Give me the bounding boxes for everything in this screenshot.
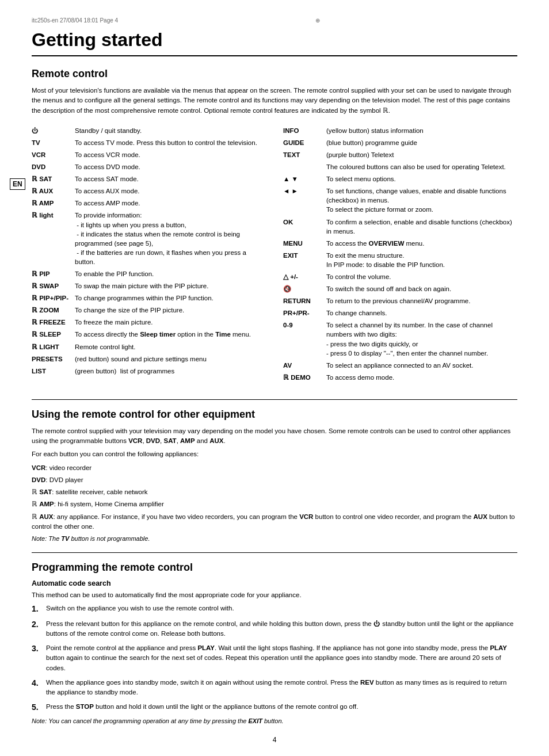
using-remote-heading: Using the remote control for other equip… xyxy=(32,408,517,421)
key-standby: ⏻ Standby / quit standby. xyxy=(32,126,266,135)
key-label-dvd: DVD xyxy=(32,162,75,171)
key-desc-pip: To enable the PIP function. xyxy=(75,269,266,278)
section-divider-2 xyxy=(32,552,517,553)
key-label-return: RETURN xyxy=(283,296,326,306)
key-desc-arrow-lr: To set functions, change values, enable … xyxy=(326,186,517,214)
key-label-arrow-ud: ▲ ▼ xyxy=(283,174,326,184)
key-desc-pip-plus: To change programmes within the PIP func… xyxy=(75,293,266,303)
key-amp: ℝ AMP To access AMP mode. xyxy=(32,198,266,208)
key-exit: EXIT To exit the menu structure.In PIP m… xyxy=(283,251,517,269)
step-2: 2. Press the relevant button for this ap… xyxy=(32,619,517,639)
key-desc-rlight: Remote control light. xyxy=(75,342,266,352)
key-label-list: LIST xyxy=(32,366,75,376)
key-swap: ℝ SWAP To swap the main picture with the… xyxy=(32,281,266,291)
key-demo: ℝ DEMO To access demo mode. xyxy=(283,373,517,382)
key-desc-return: To return to the previous channel/AV pro… xyxy=(326,296,517,306)
appliance-dvd: DVD: DVD player xyxy=(32,475,517,485)
coloured-note: The coloured buttons can also be used fo… xyxy=(283,162,517,171)
key-desc-arrow-ud: To select menu options. xyxy=(326,174,517,184)
key-desc-sat: To access SAT mode. xyxy=(75,174,266,184)
key-desc-ok: To confirm a selection, enable and disab… xyxy=(326,217,517,236)
appliance-aux: ℝ AUX: any appliance. For instance, if y… xyxy=(32,512,517,532)
key-desc-zoom: To change the size of the PIP picture. xyxy=(75,306,266,315)
key-desc-light: To provide information: - it lights up w… xyxy=(75,211,266,266)
step-4-text: When the appliance goes into standby mod… xyxy=(46,678,517,698)
key-label-demo: ℝ DEMO xyxy=(283,373,326,382)
key-desc-text: (purple button) Teletext xyxy=(326,150,517,159)
key-desc-presets: (red button) sound and picture settings … xyxy=(75,354,266,364)
key-desc-freeze: To freeze the main picture. xyxy=(75,318,266,327)
key-pr: PR+/PR- To change channels. xyxy=(283,308,517,318)
remote-control-heading: Remote control xyxy=(32,68,517,80)
key-info: INFO (yellow button) status information xyxy=(283,126,517,135)
key-desc-aux: To access AUX mode. xyxy=(75,186,266,196)
key-label-mute: 🔇 xyxy=(283,284,326,293)
key-desc-vol: To control the volume. xyxy=(326,272,517,281)
key-pip-plus: ℝ PIP+/PIP- To change programmes within … xyxy=(32,293,266,303)
key-desc-sleep: To access directly the Sleep timer optio… xyxy=(75,330,266,339)
language-badge: EN xyxy=(10,178,25,190)
key-vol: △ +/- To control the volume. xyxy=(283,272,517,281)
key-desc-exit: To exit the menu structure.In PIP mode: … xyxy=(326,251,517,269)
key-label-pr: PR+/PR- xyxy=(283,308,326,318)
key-desc-demo: To access demo mode. xyxy=(326,373,517,382)
step-3: 3. Point the remote control at the appli… xyxy=(32,643,517,673)
key-desc-guide: (blue button) programme guide xyxy=(326,138,517,147)
key-list: LIST (green button) list of programmes xyxy=(32,366,266,376)
key-light: ℝ light To provide information: - it lig… xyxy=(32,211,266,266)
key-label-guide: GUIDE xyxy=(283,138,326,147)
key-label-info: INFO xyxy=(283,126,326,135)
step-2-num: 2. xyxy=(32,619,43,639)
step-3-text: Point the remote control at the applianc… xyxy=(46,643,517,673)
step-5-text: Press the STOP button and hold it down u… xyxy=(46,702,358,712)
key-arrow-ud: ▲ ▼ To select menu options. xyxy=(283,174,517,184)
using-remote-note: Note: The TV button is not programmable. xyxy=(32,535,517,542)
using-remote-section: Using the remote control for other equip… xyxy=(32,408,517,542)
key-pip: ℝ PIP To enable the PIP function. xyxy=(32,269,266,278)
key-label-av: AV xyxy=(283,361,326,370)
key-av: AV To select an appliance connected to a… xyxy=(283,361,517,370)
key-tv: TV To access TV mode. Press this button … xyxy=(32,138,266,147)
step-5: 5. Press the STOP button and hold it dow… xyxy=(32,702,517,712)
key-rlight: ℝ LIGHT Remote control light. xyxy=(32,342,266,352)
step-4-num: 4. xyxy=(32,678,43,698)
key-label-tv: TV xyxy=(32,138,75,147)
programming-steps: 1. Switch on the appliance you wish to u… xyxy=(32,604,517,712)
key-label-swap: ℝ SWAP xyxy=(32,281,75,291)
key-desc-menu: To access the OVERVIEW menu. xyxy=(326,239,517,248)
key-label-menu: MENU xyxy=(283,239,326,248)
key-presets: PRESETS (red button) sound and picture s… xyxy=(32,354,266,364)
key-sleep: ℝ SLEEP To access directly the Sleep tim… xyxy=(32,330,266,339)
step-2-text: Press the relevant button for this appli… xyxy=(46,619,517,639)
key-menu: MENU To access the OVERVIEW menu. xyxy=(283,239,517,248)
key-zoom: ℝ ZOOM To change the size of the PIP pic… xyxy=(32,306,266,315)
key-desc-pr: To change channels. xyxy=(326,308,517,318)
left-col: ⏻ Standby / quit standby. TV To access T… xyxy=(32,126,266,385)
key-desc-av: To select an appliance connected to an A… xyxy=(326,361,517,370)
coloured-note-spacer xyxy=(283,162,326,171)
header-decorative: ⊕ xyxy=(315,17,320,24)
key-label-sleep: ℝ SLEEP xyxy=(32,330,75,339)
key-label-aux: ℝ AUX xyxy=(32,186,75,196)
key-label-pip-plus: ℝ PIP+/PIP- xyxy=(32,293,75,303)
key-label-zoom: ℝ ZOOM xyxy=(32,306,75,315)
key-mute: 🔇 To switch the sound off and back on ag… xyxy=(283,284,517,293)
key-label-freeze: ℝ FREEZE xyxy=(32,318,75,327)
key-arrow-lr: ◄ ► To set functions, change values, ena… xyxy=(283,186,517,214)
key-freeze: ℝ FREEZE To freeze the main picture. xyxy=(32,318,266,327)
key-label-amp: ℝ AMP xyxy=(32,198,75,208)
step-4: 4. When the appliance goes into standby … xyxy=(32,678,517,698)
key-text: TEXT (purple button) Teletext xyxy=(283,150,517,159)
key-label-exit: EXIT xyxy=(283,251,326,269)
key-guide: GUIDE (blue button) programme guide xyxy=(283,138,517,147)
using-remote-para2: For each button you can control the foll… xyxy=(32,449,517,459)
key-ok: OK To confirm a selection, enable and di… xyxy=(283,217,517,236)
right-col: INFO (yellow button) status information … xyxy=(283,126,517,385)
key-label-ok: OK xyxy=(283,217,326,236)
key-desc-standby: Standby / quit standby. xyxy=(75,126,266,135)
key-label-standby: ⏻ xyxy=(32,126,75,135)
key-desc-swap: To swap the main picture with the PIP pi… xyxy=(75,281,266,291)
key-desc-09: To select a channel by its number. In th… xyxy=(326,320,517,357)
appliance-vcr: VCR: video recorder xyxy=(32,463,517,473)
step-1-text: Switch on the appliance you wish to use … xyxy=(46,604,234,614)
